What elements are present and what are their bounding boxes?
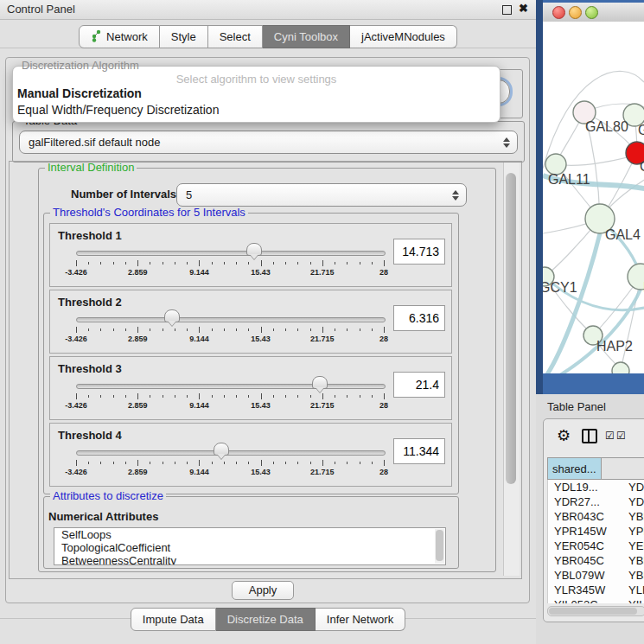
tab-infer-network[interactable]: Infer Network (316, 608, 405, 631)
settings-gear-icon[interactable]: ⚙ (557, 428, 571, 443)
split-columns-icon[interactable] (582, 429, 597, 443)
slider-tick (335, 328, 335, 331)
network-window-titlebar[interactable] (543, 3, 644, 22)
table-row[interactable]: YER054CYER0 (548, 539, 644, 553)
slider-tick (310, 328, 311, 331)
table-row[interactable]: YDR27...YDR2 (548, 494, 644, 509)
tab-impute-data[interactable]: Impute Data (131, 608, 216, 631)
tab-select[interactable]: Select (208, 25, 263, 48)
network-node-h[interactable] (628, 264, 644, 290)
slider-tick (261, 460, 262, 466)
slider-tick (285, 262, 286, 265)
table-row[interactable]: YPR145WYPR1 (548, 524, 644, 539)
slider-tick (310, 395, 311, 398)
panel-title: Control Panel (7, 3, 75, 16)
float-window-icon[interactable] (502, 5, 512, 15)
slider-tick (163, 462, 163, 464)
attribute-list-item[interactable]: BetweennessCentrality (54, 554, 445, 565)
apply-button[interactable]: Apply (232, 581, 294, 600)
mac-minimize-button[interactable] (569, 6, 582, 19)
slider-tick (150, 328, 150, 331)
slider-tick (335, 262, 335, 265)
slider-tick (297, 328, 298, 331)
tab-label: Select (220, 30, 251, 43)
tab-network[interactable]: Network (79, 25, 160, 48)
slider-tick (88, 328, 89, 331)
slider-tick-label: 21.715 (310, 335, 335, 343)
slider-tick-label: 21.715 (310, 468, 335, 476)
list-scrollbar[interactable] (435, 529, 444, 564)
slider-tick (273, 395, 274, 398)
select-all-checkbox-icon[interactable]: ☑ (605, 430, 615, 441)
cell-shared-name: YPR145W (548, 524, 621, 539)
vertical-scrollbar-thumb[interactable] (506, 173, 516, 484)
cell-name: YER0 (621, 539, 644, 553)
table-row[interactable]: YLR345WYLR3 (548, 583, 644, 597)
slider-tick (212, 395, 213, 398)
table-row[interactable]: YBR043CYBR0 (548, 509, 644, 524)
slider-track[interactable] (76, 384, 386, 389)
algorithm-option[interactable]: Manual Discretization (16, 86, 497, 102)
attribute-list-item[interactable]: TopologicalCoefficient (54, 541, 445, 554)
tab-cyni-toolbox[interactable]: Cyni Toolbox (263, 25, 350, 48)
mac-zoom-button[interactable] (585, 6, 598, 19)
slider-tick (285, 395, 286, 398)
slider-track[interactable] (76, 450, 386, 456)
attribute-list-item[interactable]: SelfLoops (54, 528, 445, 541)
slider-track[interactable] (76, 251, 386, 256)
list-scrollbar-thumb[interactable] (436, 530, 443, 561)
threshold-value-field[interactable] (393, 305, 445, 331)
slider-thumb[interactable] (164, 309, 180, 322)
slider-tick (310, 462, 311, 464)
select-columns-checkbox-icon[interactable]: ☑ (616, 430, 626, 441)
threshold-label: Threshold 4 (58, 429, 122, 442)
threshold-value-field[interactable] (393, 372, 445, 398)
mac-close-button[interactable] (552, 6, 565, 19)
slider-tick (137, 393, 138, 399)
table-row[interactable]: YBL079WYBL0 (548, 568, 644, 583)
cell-shared-name: YBR045C (548, 553, 621, 568)
algorithm-option[interactable]: Equal Width/Frequency Discretization (16, 102, 497, 118)
numerical-attributes-list[interactable]: SelfLoopsTopologicalCoefficientBetweenne… (54, 527, 446, 565)
column-header-shared-name[interactable]: shared... (547, 457, 602, 480)
slider-tick-label: 28 (379, 335, 388, 343)
node-label-gcy1: GCY1 (543, 280, 577, 295)
slider-tick (372, 328, 373, 331)
column-header-name[interactable]: n (602, 457, 644, 480)
table-row[interactable]: YBR045CYBR0 (548, 553, 644, 568)
slider-thumb[interactable] (246, 243, 262, 256)
slider-tick (285, 328, 286, 331)
slider-tick (175, 262, 175, 265)
slider-tick (199, 260, 200, 266)
tab-jactivemnodules[interactable]: jActiveMNodules (350, 25, 457, 48)
cell-name: YBL0 (621, 568, 644, 583)
network-canvas[interactable]: GAL80 G C GAL11 GAL4 GCY1 H HAP2 (543, 22, 644, 373)
slider-tick-label: 21.715 (310, 268, 335, 277)
cell-name: YPR1 (621, 524, 644, 539)
slider-tick-label: 2.859 (128, 268, 148, 277)
table-row[interactable]: YDL19...YDL1 (548, 480, 644, 494)
network-node[interactable] (612, 362, 629, 373)
tab-style[interactable]: Style (160, 25, 208, 48)
horizontal-scrollbar[interactable] (547, 606, 644, 616)
slider-thumb[interactable] (312, 376, 328, 389)
slider-tick (372, 262, 373, 265)
number-of-intervals-combobox[interactable]: 5 (176, 183, 467, 207)
slider-thumb[interactable] (214, 443, 229, 456)
threshold-value-field[interactable] (393, 239, 445, 265)
slider-tick (187, 262, 188, 265)
threshold-value-field[interactable] (393, 438, 445, 464)
slider-tick-label: 2.859 (128, 335, 148, 343)
slider-tick (199, 327, 200, 333)
slider-tick (137, 460, 138, 466)
cell-name: YDL1 (621, 480, 644, 494)
table-row[interactable]: YIL052CYIL0 (548, 597, 644, 603)
slider-tick-label: 28 (379, 268, 388, 277)
node-label-gal80: GAL80 (585, 119, 628, 134)
horizontal-scrollbar-thumb[interactable] (549, 608, 637, 615)
slider-tick (88, 462, 89, 464)
tab-discretize-data[interactable]: Discretize Data (216, 608, 316, 631)
slider-tick (175, 395, 175, 398)
close-icon[interactable]: ✖ (519, 2, 528, 15)
slider-track[interactable] (76, 317, 386, 322)
